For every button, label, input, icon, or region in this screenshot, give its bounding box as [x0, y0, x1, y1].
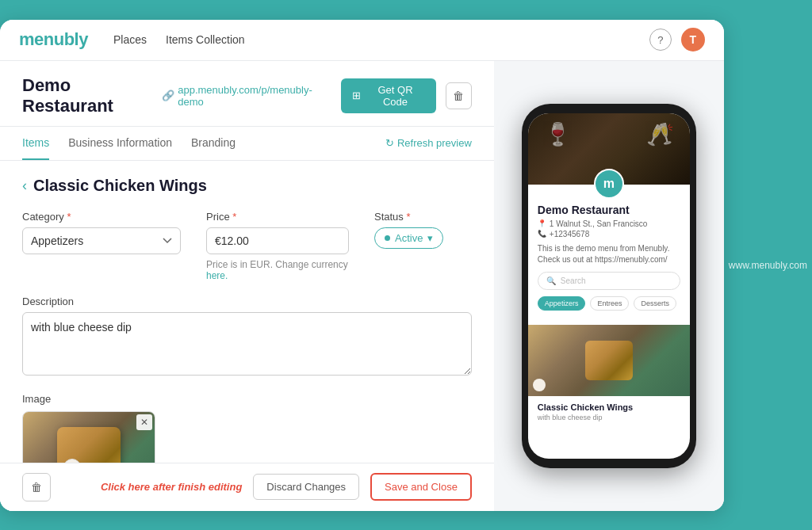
description-group: Description with blue cheese dip: [22, 296, 472, 379]
item-title: Classic Chicken Wings: [33, 177, 207, 195]
phone-food-img: [528, 325, 690, 396]
phone-cat-appetizers[interactable]: Appetizers: [538, 296, 586, 311]
user-avatar[interactable]: T: [681, 28, 705, 51]
phone-item-info: Classic Chicken Wings with blue cheese d…: [528, 396, 690, 428]
page-title: Demo Restaurant: [22, 75, 162, 116]
status-required: *: [406, 211, 410, 223]
description-textarea[interactable]: with blue cheese dip: [22, 312, 472, 376]
image-preview-wrapper: ✕: [22, 411, 155, 463]
phone-frame: 🍷 🥂 m Demo Restaurant 📍 1 Walnut St., Sa…: [522, 104, 696, 468]
category-label: Category *: [22, 211, 181, 223]
phone-food-inner: [585, 341, 633, 380]
price-label: Price *: [206, 211, 349, 223]
image-label: Image: [22, 393, 472, 405]
main-card: menubly Places Items Collection ? T Demo…: [0, 20, 724, 511]
save-close-button[interactable]: Save and Close: [370, 473, 472, 501]
top-nav: menubly Places Items Collection ? T: [0, 20, 724, 61]
content-area: Demo Restaurant 🔗 app.menubly.com/p/menu…: [0, 61, 724, 511]
price-group: Price * Price is in EUR. Change currency…: [206, 211, 349, 281]
header-right: 🔗 app.menubly.com/p/menubly-demo ⊞ Get Q…: [162, 78, 472, 113]
click-hint: Click here after finish editing: [101, 481, 242, 493]
phone-search-icon: 🔍: [546, 276, 556, 285]
phone-icon: 📞: [538, 230, 546, 238]
category-group: Category * Appetizers Entrees Desserts: [22, 211, 181, 281]
phone-restaurant-name: Demo Restaurant: [538, 204, 680, 216]
description-label: Description: [22, 296, 472, 307]
phone-screen: 🍷 🥂 m Demo Restaurant 📍 1 Walnut St., Sa…: [528, 113, 690, 459]
page-header: Demo Restaurant 🔗 app.menubly.com/p/menu…: [0, 61, 494, 127]
location-icon: 📍: [538, 219, 546, 227]
status-chevron-icon: ▾: [427, 232, 433, 244]
food-image: [23, 412, 155, 463]
phone-info: Demo Restaurant 📍 1 Walnut St., San Fran…: [528, 185, 690, 325]
form-area: ‹ Classic Chicken Wings Category * Appet…: [0, 161, 494, 463]
right-panel: 🍷 🥂 m Demo Restaurant 📍 1 Walnut St., Sa…: [494, 61, 724, 511]
status-group: Status * Active ▾: [374, 211, 485, 281]
category-required: *: [67, 211, 71, 223]
image-remove-button[interactable]: ✕: [136, 414, 152, 430]
wine-glass-right-icon: 🥂: [646, 121, 674, 147]
price-input[interactable]: [206, 227, 349, 254]
nav-places[interactable]: Places: [113, 33, 147, 46]
food-white-circle: [63, 459, 81, 463]
refresh-icon: ↻: [385, 137, 394, 149]
nav-items-collection[interactable]: Items Collection: [166, 33, 245, 46]
phone-food-white-circle: [533, 379, 546, 391]
wine-glass-left-icon: 🍷: [544, 121, 572, 147]
image-preview: [22, 411, 155, 463]
phone-address-row: 📍 1 Walnut St., San Francisco: [538, 219, 680, 228]
refresh-preview-button[interactable]: ↻ Refresh preview: [385, 137, 472, 149]
status-label: Status *: [374, 211, 485, 223]
tab-branding[interactable]: Branding: [191, 127, 236, 160]
price-hint: Price is in EUR. Change currency here.: [206, 259, 349, 281]
logo: menubly: [19, 29, 88, 50]
phone-cat-desserts[interactable]: Desserts: [634, 296, 676, 311]
price-required: *: [232, 211, 236, 223]
delete-restaurant-button[interactable]: 🗑: [446, 82, 472, 109]
nav-right: ? T: [649, 28, 705, 51]
status-badge[interactable]: Active ▾: [374, 227, 443, 249]
discard-changes-button[interactable]: Discard Changes: [253, 474, 359, 500]
site-footer: www.menubly.com: [724, 255, 812, 276]
left-panel: Demo Restaurant 🔗 app.menubly.com/p/menu…: [0, 61, 494, 511]
footer-right: Click here after finish editing Discard …: [101, 473, 472, 501]
phone-search[interactable]: 🔍 Search: [538, 272, 680, 290]
form-row-category-price-status: Category * Appetizers Entrees Desserts P…: [22, 211, 472, 281]
phone-item-desc: with blue cheese dip: [538, 414, 680, 421]
nav-links: Places Items Collection: [113, 33, 245, 46]
qr-icon: ⊞: [352, 90, 361, 101]
back-row: ‹ Classic Chicken Wings: [22, 177, 472, 195]
form-footer: 🗑 Click here after finish editing Discar…: [0, 463, 494, 511]
restaurant-url[interactable]: 🔗 app.menubly.com/p/menubly-demo: [162, 84, 331, 108]
image-section: Image ✕ File size should not excee: [22, 393, 472, 463]
help-icon[interactable]: ?: [649, 29, 672, 51]
category-select[interactable]: Appetizers Entrees Desserts: [22, 227, 181, 254]
get-qr-button[interactable]: ⊞ Get QR Code: [341, 78, 436, 113]
phone-categories: Appetizers Entrees Desserts: [538, 296, 680, 311]
tabs-bar: Items Business Information Branding ↻ Re…: [0, 127, 494, 161]
phone-avatar: m: [594, 169, 624, 199]
delete-image-button[interactable]: 🗑: [22, 473, 51, 501]
currency-link[interactable]: here.: [206, 270, 228, 281]
tab-business-info[interactable]: Business Information: [68, 127, 172, 160]
tab-items[interactable]: Items: [22, 127, 49, 160]
tab-actions: ↻ Refresh preview: [385, 127, 472, 160]
back-button[interactable]: ‹: [22, 177, 27, 194]
phone-phone-row: 📞 +12345678: [538, 230, 680, 238]
food-img-inner: [57, 427, 121, 463]
phone-description: This is the demo menu from Menubly. Chec…: [538, 243, 680, 265]
status-dot: [385, 235, 390, 241]
phone-restaurant-img: 🍷 🥂 m: [528, 113, 690, 185]
phone-item-name: Classic Chicken Wings: [538, 402, 680, 412]
phone-cat-entrees[interactable]: Entrees: [590, 296, 629, 311]
link-icon: 🔗: [162, 90, 174, 101]
